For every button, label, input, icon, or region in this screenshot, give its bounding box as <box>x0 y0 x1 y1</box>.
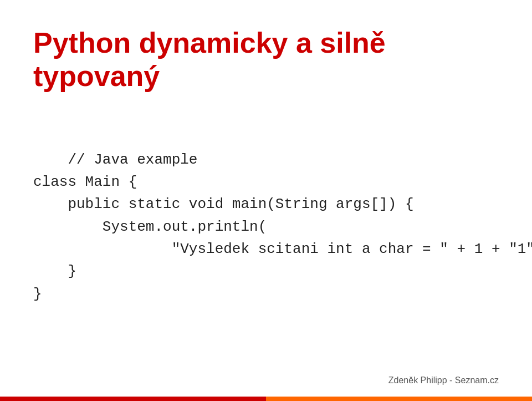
footer: Zdeněk Philipp - Seznam.cz <box>388 375 499 385</box>
code-line1: class Main { <box>33 174 137 190</box>
author-label: Zdeněk Philipp - Seznam.cz <box>388 375 499 385</box>
slide: Python dynamicky a silně typovaný // Jav… <box>0 0 532 401</box>
bottom-bar <box>0 397 532 401</box>
code-block: // Java example class Main { public stat… <box>33 126 499 328</box>
code-comment: // Java example <box>68 151 197 168</box>
code-line4: "Vysledek scitani int a char = " + 1 + "… <box>33 241 532 257</box>
title-block: Python dynamicky a silně typovaný <box>33 27 499 93</box>
title-line1: Python dynamicky a silně <box>33 27 386 59</box>
slide-title: Python dynamicky a silně typovaný <box>33 27 499 93</box>
code-line3: System.out.println( <box>33 219 267 235</box>
code-line2: public static void main(String args[]) { <box>33 196 414 212</box>
code-line5: } <box>33 263 76 280</box>
code-line6: } <box>33 286 42 302</box>
title-line2: typovaný <box>33 60 160 92</box>
